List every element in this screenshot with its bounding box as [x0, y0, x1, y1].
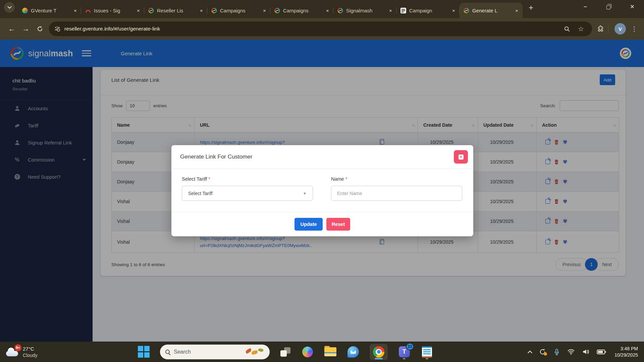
folder-icon — [324, 347, 336, 356]
modal-header: Generate Link For Customer × — [171, 145, 473, 169]
browser-menu-icon[interactable]: ⋮ — [629, 25, 639, 33]
tab-title: Signalmash — [346, 8, 384, 13]
open-app-indicator — [426, 358, 428, 359]
required-mark: * — [345, 176, 347, 182]
notification-badge: 9+ — [14, 344, 21, 351]
window-close-button[interactable]: × — [621, 0, 644, 13]
browser-tab-strip: GVenture T × Issues - Sig × Reseller Lis… — [0, 0, 644, 18]
tab-close-icon[interactable]: × — [198, 7, 205, 14]
extensions-icon[interactable] — [595, 24, 605, 34]
new-tab-button[interactable]: + — [525, 2, 537, 13]
tab-close-icon[interactable]: × — [514, 7, 520, 14]
teams-button[interactable]: T33 — [398, 344, 411, 360]
tab-close-icon[interactable]: × — [387, 7, 394, 14]
modal-footer: Update Reset — [171, 212, 473, 236]
clock-time: 3:48 PM — [614, 346, 638, 352]
reset-button[interactable]: Reset — [326, 218, 350, 231]
browser-toolbar: ← → reseller.gventure.info/#/user/genera… — [0, 18, 644, 40]
tab-close-icon[interactable]: × — [450, 7, 457, 14]
notepad-button[interactable] — [421, 344, 433, 360]
forward-button[interactable]: → — [19, 22, 33, 36]
seasonal-leaves-art — [246, 348, 264, 356]
zoom-search-icon[interactable] — [562, 24, 572, 34]
tab-issues[interactable]: Issues - Sig × — [81, 3, 144, 18]
label-text: Name — [331, 176, 344, 182]
window-restore-button[interactable] — [597, 0, 621, 13]
copilot-icon — [302, 347, 313, 357]
weather-widget[interactable]: 9+ 27°C Cloudy — [0, 346, 91, 358]
back-button[interactable]: ← — [5, 22, 19, 36]
tab-close-icon[interactable]: × — [261, 7, 268, 14]
volume-icon[interactable] — [582, 348, 590, 356]
site-info-icon[interactable] — [55, 26, 60, 31]
tab-title: Campaign — [409, 8, 447, 13]
sync-icon[interactable] — [539, 348, 546, 356]
microphone-icon[interactable] — [553, 349, 560, 355]
tab-campaigns-2[interactable]: Campaigns × — [270, 3, 333, 18]
taskbar-clock[interactable]: 3:48 PM 10/29/2025 — [614, 346, 638, 358]
chrome-button-active[interactable] — [370, 344, 388, 360]
address-bar[interactable]: reseller.gventure.info/#/user/generate-l… — [49, 21, 592, 36]
reload-button[interactable] — [33, 22, 47, 36]
required-mark: * — [208, 176, 210, 182]
tab-close-icon[interactable]: × — [135, 7, 142, 14]
battery-icon[interactable] — [597, 350, 606, 354]
name-input[interactable] — [331, 186, 462, 201]
modal-close-button[interactable]: × — [454, 150, 468, 164]
signalmash-favicon — [274, 8, 280, 13]
taskbar-search[interactable]: Search — [160, 345, 270, 359]
active-app-indicator — [375, 358, 383, 359]
tray-chevron-up-icon[interactable] — [528, 350, 532, 354]
search-icon — [165, 350, 170, 354]
tab-search-button[interactable] — [4, 2, 15, 13]
sync-alert-dot — [544, 352, 547, 356]
windows-taskbar: 9+ 27°C Cloudy Search T33 — [0, 342, 644, 362]
tariff-label: Select Tariff * — [182, 176, 313, 182]
signalmash-favicon — [148, 8, 154, 13]
signalmash-favicon — [211, 8, 217, 13]
modal-body: Select Tariff * Select Tariff ▼ Name * — [171, 169, 473, 212]
search-placeholder: Search — [174, 349, 191, 355]
tab-generate-link-active[interactable]: Generate L × — [460, 3, 523, 18]
doc-favicon — [400, 8, 406, 13]
bookmark-star-icon[interactable]: ☆ — [576, 24, 586, 34]
tariff-select[interactable]: Select Tariff ▼ — [182, 186, 313, 201]
copilot-button[interactable] — [301, 344, 314, 360]
page-viewport: signalmash Generate Link chit badliu Res… — [0, 40, 644, 342]
notepad-icon — [422, 346, 432, 358]
tab-title: Generate L — [472, 8, 511, 13]
tab-signalmash[interactable]: Signalmash × — [333, 3, 396, 18]
weather-temp: 27°C — [23, 346, 38, 352]
tab-campaign-doc[interactable]: Campaign × — [396, 3, 460, 18]
thunderbird-button[interactable] — [347, 344, 360, 360]
window-minimize-button[interactable]: − — [574, 0, 597, 13]
tab-title: Campaigns — [283, 8, 321, 13]
system-tray: 3:48 PM 10/29/2025 — [528, 346, 644, 358]
label-text: Select Tariff — [182, 176, 207, 182]
update-button[interactable]: Update — [294, 218, 323, 231]
teams-icon: T33 — [399, 346, 410, 357]
tab-campaigns-1[interactable]: Campaigns × — [207, 3, 270, 18]
start-button[interactable] — [138, 346, 150, 358]
tab-close-icon[interactable]: × — [324, 7, 331, 14]
profile-avatar[interactable]: V — [614, 23, 626, 35]
taskbar-center: Search T33 — [138, 344, 433, 360]
tab-gventure[interactable]: GVenture T × — [18, 3, 81, 18]
window-controls: − × — [574, 0, 644, 13]
weather-condition: Cloudy — [23, 353, 38, 358]
wifi-icon[interactable] — [567, 348, 575, 356]
modal-title: Generate Link For Customer — [180, 154, 252, 160]
close-icon: × — [459, 155, 464, 160]
tab-title: GVenture T — [31, 8, 69, 13]
gventure-favicon — [22, 8, 28, 13]
name-field: Name * — [331, 176, 462, 212]
teams-badge: 33 — [406, 343, 414, 350]
toolbar-divider — [608, 25, 608, 33]
task-view-button[interactable] — [280, 346, 291, 358]
chrome-icon — [373, 346, 384, 358]
tab-reseller-list[interactable]: Reseller Lis × — [144, 3, 207, 18]
chevron-down-icon: ▼ — [303, 191, 307, 195]
tab-close-icon[interactable]: × — [72, 7, 78, 14]
file-explorer-button[interactable] — [324, 344, 337, 360]
url-text[interactable]: reseller.gventure.info/#/user/generate-l… — [64, 26, 558, 32]
